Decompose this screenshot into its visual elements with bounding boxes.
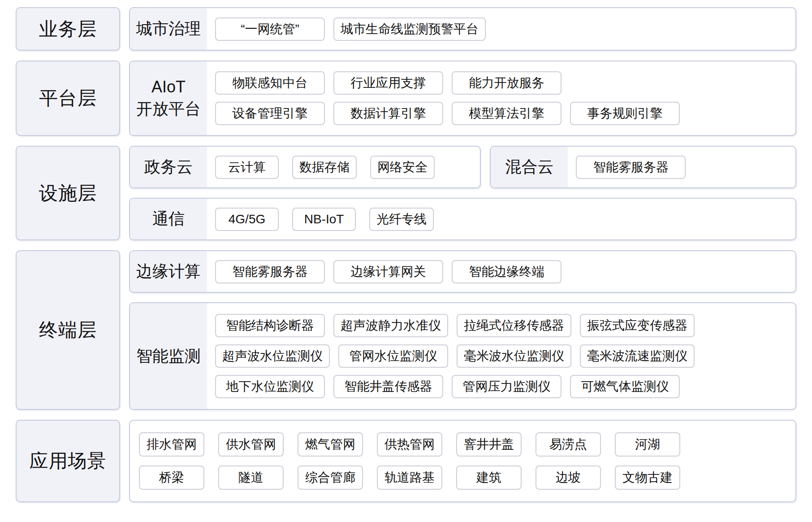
group-city-governance: 城市治理 “一网统管”城市生命线监测预警平台 (129, 7, 796, 51)
chip-row: 物联感知中台行业应用支撑能力开放服务 (215, 71, 787, 95)
chip: 毫米波水位监测仪 (457, 344, 571, 368)
chip: 事务规则引擎 (570, 102, 680, 125)
layer-content-facility: 政务云 云计算数据存储网络安全 混合云 智能雾服务器 通信 4G/5GNB-Io… (129, 146, 796, 240)
layer-content-scenario: 排水管网供水管网燃气管网供热管网窨井井盖易涝点河湖桥梁隧道综合管廊轨道路基建筑边… (129, 420, 796, 502)
chip: 拉绳式位移传感器 (457, 314, 571, 337)
chip: 文物古建 (615, 465, 680, 490)
group-label-edge-computing: 边缘计算 (130, 251, 207, 292)
chip: 数据计算引擎 (333, 102, 443, 125)
chip: 燃气管网 (298, 432, 363, 457)
chip: 数据存储 (292, 156, 357, 179)
chip-row: 4G/5GNB-IoT光纤专线 (215, 208, 787, 231)
chip: 网络安全 (370, 156, 435, 179)
chip: 云计算 (215, 156, 279, 179)
chip: 振弦式应变传感器 (580, 314, 695, 337)
chips-communication: 4G/5GNB-IoT光纤专线 (207, 199, 795, 239)
chips-edge-computing: 智能雾服务器边缘计算网关智能边缘终端 (207, 251, 795, 292)
layer-content-terminal: 边缘计算 智能雾服务器边缘计算网关智能边缘终端 智能监测 智能结构诊断器超声波静… (129, 250, 796, 410)
layer-content-platform: AIoT 开放平台 物联感知中台行业应用支撑能力开放服务设备管理引擎数据计算引擎… (129, 61, 796, 136)
chip: 智能雾服务器 (215, 260, 325, 283)
chip: 边缘计算网关 (333, 260, 443, 283)
chip: 可燃气体监测仪 (570, 375, 680, 398)
chip: 管网压力监测仪 (452, 375, 561, 398)
group-label-hybrid-cloud: 混合云 (491, 147, 568, 187)
chip: 供水管网 (218, 432, 284, 457)
chip: 河湖 (615, 432, 680, 457)
group-label-communication: 通信 (130, 199, 207, 239)
group-communication: 通信 4G/5GNB-IoT光纤专线 (129, 198, 796, 240)
chip-row: 地下水位监测仪智能井盖传感器管网压力监测仪可燃气体监测仪 (215, 375, 787, 398)
chip: 边坡 (536, 465, 601, 490)
layer-row-platform: 平台层 AIoT 开放平台 物联感知中台行业应用支撑能力开放服务设备管理引擎数据… (16, 61, 796, 136)
chip: 智能井盖传感器 (333, 375, 443, 398)
group-smart-monitoring: 智能监测 智能结构诊断器超声波静力水准仪拉绳式位移传感器振弦式应变传感器超声波水… (129, 302, 796, 410)
chip: 模型算法引擎 (452, 102, 561, 125)
chip: 毫米波流速监测仪 (580, 344, 695, 368)
smart-city-architecture-diagram: 业务层 城市治理 “一网统管”城市生命线监测预警平台 平台层 AIoT 开放平台… (0, 0, 812, 522)
layer-row-terminal: 终端层 边缘计算 智能雾服务器边缘计算网关智能边缘终端 智能监测 智能结构诊断器… (16, 250, 796, 410)
group-label-gov-cloud: 政务云 (130, 147, 207, 187)
chip: 光纤专线 (369, 208, 434, 231)
chips-scenarios: 排水管网供水管网燃气管网供热管网窨井井盖易涝点河湖桥梁隧道综合管廊轨道路基建筑边… (130, 421, 795, 501)
layer-row-scenario: 应用场景 排水管网供水管网燃气管网供热管网窨井井盖易涝点河湖桥梁隧道综合管廊轨道… (16, 420, 796, 502)
layer-content-business: 城市治理 “一网统管”城市生命线监测预警平台 (129, 7, 796, 51)
chip-row: 云计算数据存储网络安全 (215, 156, 472, 179)
chip: 城市生命线监测预警平台 (333, 17, 486, 41)
chips-aiot-platform: 物联感知中台行业应用支撑能力开放服务设备管理引擎数据计算引擎模型算法引擎事务规则… (207, 61, 795, 135)
chip: 设备管理引擎 (215, 102, 325, 125)
chip: “一网统管” (215, 17, 325, 41)
chip: 行业应用支撑 (333, 71, 443, 95)
group-edge-computing: 边缘计算 智能雾服务器边缘计算网关智能边缘终端 (129, 250, 796, 293)
chip: 建筑 (456, 465, 522, 490)
facility-cloud-subrow: 政务云 云计算数据存储网络安全 混合云 智能雾服务器 (129, 146, 796, 188)
terminal-edge-subrow: 边缘计算 智能雾服务器边缘计算网关智能边缘终端 (129, 250, 796, 293)
chip: 智能结构诊断器 (215, 314, 325, 337)
chips-city-governance: “一网统管”城市生命线监测预警平台 (207, 8, 795, 50)
chip: 综合管廊 (298, 465, 363, 490)
layer-row-facility: 设施层 政务云 云计算数据存储网络安全 混合云 智能雾服务器 通信 4G/5GN… (16, 146, 796, 240)
chip-row: 超声波水位监测仪管网水位监测仪毫米波水位监测仪毫米波流速监测仪 (215, 344, 787, 368)
chip: 易涝点 (536, 432, 601, 457)
chip: 能力开放服务 (452, 71, 561, 95)
chip: 超声波静力水准仪 (333, 314, 448, 337)
chip: 4G/5G (215, 208, 279, 231)
layer-label-business: 业务层 (16, 7, 120, 51)
chips-smart-monitoring: 智能结构诊断器超声波静力水准仪拉绳式位移传感器振弦式应变传感器超声波水位监测仪管… (207, 303, 795, 409)
chip: NB-IoT (292, 208, 356, 231)
layer-label-terminal: 终端层 (16, 250, 120, 410)
chip: 隧道 (218, 465, 284, 490)
terminal-monitoring-subrow: 智能监测 智能结构诊断器超声波静力水准仪拉绳式位移传感器振弦式应变传感器超声波水… (129, 302, 796, 410)
layer-label-scenario: 应用场景 (16, 420, 120, 502)
chip: 桥梁 (139, 465, 204, 490)
chip-row: 排水管网供水管网燃气管网供热管网窨井井盖易涝点河湖 (139, 432, 786, 457)
group-label-aiot-platform: AIoT 开放平台 (130, 61, 207, 135)
chip: 超声波水位监测仪 (215, 344, 330, 368)
chip: 地下水位监测仪 (215, 375, 325, 398)
chip-row: 设备管理引擎数据计算引擎模型算法引擎事务规则引擎 (215, 102, 787, 125)
group-gov-cloud: 政务云 云计算数据存储网络安全 (129, 146, 481, 188)
chip: 排水管网 (139, 432, 204, 457)
layer-label-facility: 设施层 (16, 146, 120, 240)
chips-hybrid-cloud: 智能雾服务器 (568, 147, 795, 187)
chip: 智能边缘终端 (452, 260, 561, 283)
chip-row: 智能结构诊断器超声波静力水准仪拉绳式位移传感器振弦式应变传感器 (215, 314, 787, 337)
chip: 物联感知中台 (215, 71, 325, 95)
group-scenarios: 排水管网供水管网燃气管网供热管网窨井井盖易涝点河湖桥梁隧道综合管廊轨道路基建筑边… (129, 420, 796, 502)
layer-row-business: 业务层 城市治理 “一网统管”城市生命线监测预警平台 (16, 7, 796, 51)
chips-gov-cloud: 云计算数据存储网络安全 (207, 147, 480, 187)
chip-row: 桥梁隧道综合管廊轨道路基建筑边坡文物古建 (139, 465, 786, 490)
chip-row: 智能雾服务器边缘计算网关智能边缘终端 (215, 260, 787, 283)
group-label-city-governance: 城市治理 (130, 8, 207, 50)
facility-communication-subrow: 通信 4G/5GNB-IoT光纤专线 (129, 198, 796, 240)
chip: 轨道路基 (377, 465, 442, 490)
group-hybrid-cloud: 混合云 智能雾服务器 (490, 146, 796, 188)
group-label-smart-monitoring: 智能监测 (130, 303, 207, 409)
layer-label-platform: 平台层 (16, 61, 120, 136)
chip: 智能雾服务器 (576, 156, 686, 179)
chip: 供热管网 (377, 432, 442, 457)
chip: 窨井井盖 (456, 432, 522, 457)
chip: 管网水位监测仪 (338, 344, 448, 368)
group-aiot-platform: AIoT 开放平台 物联感知中台行业应用支撑能力开放服务设备管理引擎数据计算引擎… (129, 61, 796, 136)
chip-row: “一网统管”城市生命线监测预警平台 (215, 17, 787, 41)
chip-row: 智能雾服务器 (576, 156, 787, 179)
